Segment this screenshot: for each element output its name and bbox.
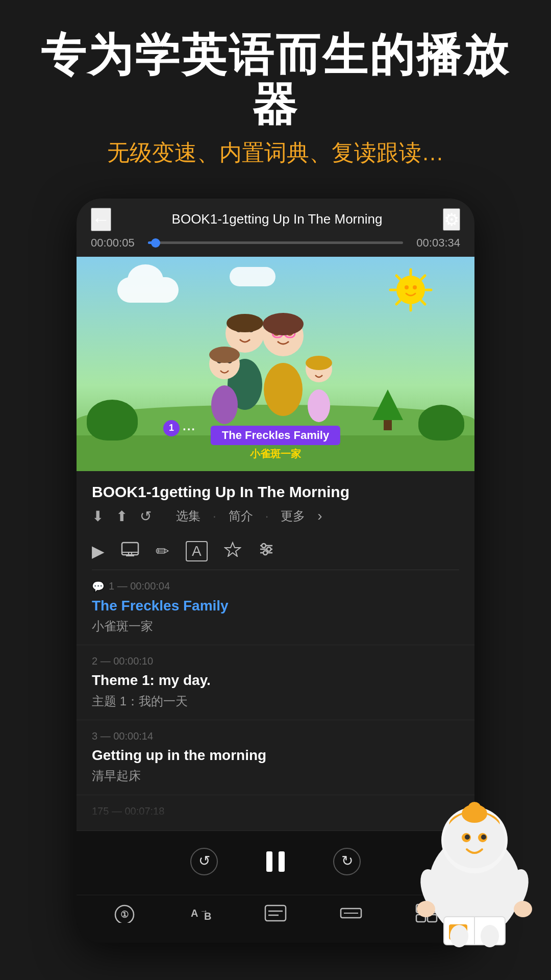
svg-text:B: B [204, 911, 211, 922]
svg-point-23 [263, 313, 304, 335]
pause-button[interactable] [259, 845, 292, 885]
play-button[interactable]: ▶ [92, 542, 105, 561]
more-bottom-button[interactable] [415, 903, 438, 927]
refresh-icon[interactable]: ↺ [140, 508, 152, 525]
subtitle-item-1[interactable]: 💬 1 — 00:00:04 The Freckles Family 小雀斑一家 [77, 570, 474, 646]
svg-line-8 [421, 276, 425, 279]
settings-button[interactable]: ⚙ [443, 208, 460, 231]
star-button[interactable] [224, 542, 241, 561]
caption-button[interactable] [340, 903, 362, 927]
subtitle-meta-2: 2 — 00:00:10 [92, 655, 459, 667]
subtitle-id-1: 1 — 00:00:04 [109, 580, 170, 592]
share-icon[interactable]: ⬆ [116, 508, 128, 525]
blur-overlay [77, 795, 474, 830]
svg-rect-62 [416, 904, 425, 913]
back-button[interactable]: ← [91, 208, 111, 231]
svg-marker-39 [225, 543, 240, 556]
cloud-left [117, 277, 179, 303]
subtitle-id-3: 3 — 00:00:14 [92, 730, 153, 742]
more-label[interactable]: 更多 [281, 508, 305, 524]
dot2: · [265, 509, 269, 523]
subtitle-en-2: Theme 1: my day. [92, 670, 459, 690]
subtitle-item-3[interactable]: 3 — 00:00:14 Getting up in the morning 清… [77, 720, 474, 795]
svg-rect-63 [428, 904, 437, 913]
ab-icon: A → B [189, 903, 211, 927]
progress-track[interactable] [148, 241, 403, 244]
svg-point-28 [209, 347, 240, 363]
ab-repeat-button[interactable]: A → B [189, 903, 211, 927]
download-icon[interactable]: ⬇ [92, 508, 104, 525]
svg-text:↺: ↺ [198, 853, 210, 869]
svg-rect-49 [279, 851, 285, 872]
tree [372, 389, 403, 430]
svg-point-45 [263, 551, 267, 555]
svg-rect-34 [122, 543, 138, 555]
bottom-toolbar: ① A → B [77, 895, 474, 943]
subtitle-button[interactable] [264, 903, 287, 927]
subtitle-item-2[interactable]: 2 — 00:00:10 Theme 1: my day. 主题 1：我的一天 [77, 645, 474, 720]
subtitle-list: 💬 1 — 00:00:04 The Freckles Family 小雀斑一家… [77, 570, 474, 831]
svg-point-72 [481, 835, 486, 840]
time-total: 00:03:34 [409, 236, 460, 250]
svg-point-44 [267, 547, 271, 551]
svg-text:A: A [191, 908, 198, 919]
intro-label[interactable]: 简介 [229, 508, 253, 524]
video-overlay-subtitle: 小雀斑一家 [211, 447, 340, 461]
dot1: · [213, 509, 216, 523]
dict-button[interactable]: A [186, 541, 208, 561]
player-header: ← BOOK1-1getting Up In The Morning ⚙ 00:… [77, 199, 474, 257]
bush-left [87, 400, 138, 440]
svg-text:↻: ↻ [341, 853, 353, 869]
svg-point-10 [413, 285, 417, 289]
svg-point-84 [481, 925, 499, 947]
subtitle-meta-3: 3 — 00:00:14 [92, 730, 459, 742]
svg-point-78 [514, 901, 532, 917]
speed-button[interactable]: ① [113, 903, 136, 927]
more-icon [415, 903, 438, 927]
subtitle-zh-2: 主题 1：我的一天 [92, 693, 459, 710]
svg-point-76 [497, 866, 534, 917]
svg-point-30 [308, 389, 330, 422]
cloud-right [230, 267, 276, 286]
svg-line-5 [396, 276, 400, 279]
screen-button[interactable] [121, 542, 139, 561]
svg-rect-64 [416, 915, 425, 922]
svg-line-7 [396, 301, 400, 304]
svg-point-43 [262, 544, 266, 548]
video-number-badge: 1 [163, 420, 180, 436]
subtitle-icon [264, 903, 287, 927]
edit-button[interactable]: ✏ [156, 542, 169, 561]
subtitle-en-1: The Freckles Family [92, 596, 459, 616]
subtitle-item-4: 175 — 00:07:18 [77, 795, 474, 831]
svg-rect-65 [428, 915, 437, 922]
video-more-btn[interactable]: ··· [183, 422, 196, 436]
svg-point-70 [478, 833, 487, 842]
top-banner: 专为学英语而生的播放器 无级变速、内置词典、复读跟读… [0, 0, 551, 183]
adjust-button[interactable] [258, 542, 275, 561]
subtitle-en-3: Getting up in the morning [92, 745, 459, 765]
speed-icon: ① [113, 903, 136, 927]
select-label[interactable]: 选集 [176, 508, 201, 524]
subtitle-zh-1: 小雀斑一家 [92, 618, 459, 635]
progress-bar-row: 00:00:05 00:03:34 [91, 236, 460, 257]
svg-point-33 [306, 356, 332, 370]
comment-icon-1: 💬 [92, 580, 105, 593]
svg-text:①: ① [120, 910, 129, 920]
video-title-overlay: The Freckles Family 小雀斑一家 [211, 426, 340, 461]
playback-controls: ↺ ↻ [77, 831, 474, 895]
rewind-button[interactable]: ↺ [190, 847, 218, 882]
svg-point-15 [227, 314, 263, 332]
phone-frame: ← BOOK1-1getting Up In The Morning ⚙ 00:… [77, 199, 474, 943]
toolbar-row: ▶ ✏ A [92, 534, 459, 570]
svg-line-6 [421, 301, 425, 304]
svg-rect-57 [265, 905, 286, 921]
progress-thumb[interactable] [151, 238, 160, 248]
more-arrow-icon[interactable]: › [317, 508, 322, 524]
sub-title: 无级变速、内置词典、复读跟读… [20, 138, 531, 168]
player-title: BOOK1-1getting Up In The Morning [111, 211, 443, 227]
subtitle-zh-3: 清早起床 [92, 767, 459, 785]
track-actions: ⬇ ⬆ ↺ 选集 · 简介 · 更多 › [92, 508, 459, 525]
forward-button[interactable]: ↻ [333, 847, 361, 882]
subtitle-meta-1: 💬 1 — 00:00:04 [92, 580, 459, 593]
video-overlay-title: The Freckles Family [211, 426, 340, 445]
